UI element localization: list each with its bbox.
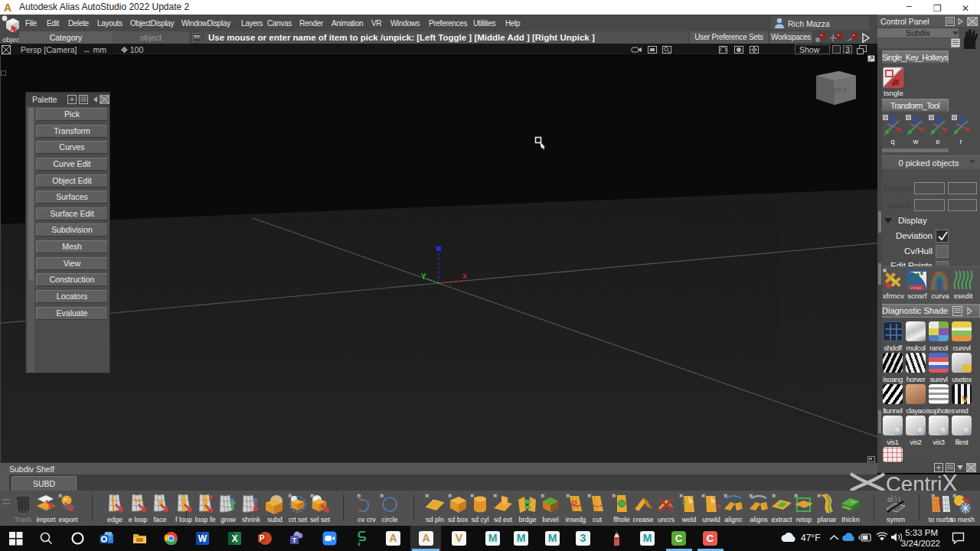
svg-text:W: W <box>198 533 207 544</box>
svg-text:LEFT: LEFT <box>830 86 848 94</box>
svg-text:P: P <box>260 534 265 543</box>
svg-text:x: x <box>462 272 467 280</box>
svg-text:X: X <box>231 533 237 544</box>
svg-text:Y: Y <box>421 272 426 281</box>
svg-text:+max: +max <box>910 285 922 290</box>
svg-text:T: T <box>292 536 297 544</box>
